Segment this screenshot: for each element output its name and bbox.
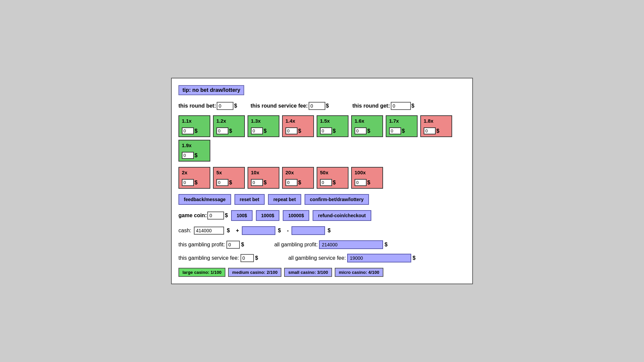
cash-plus-suffix: $ [278,228,281,234]
mult-suffix: $ [436,128,439,134]
mult-input[interactable] [285,127,298,134]
mult-input[interactable] [389,127,401,134]
mult-input-row: $ [355,127,380,134]
mult-label: 1.7x [389,118,414,124]
confirm-button[interactable]: confirm-bet/draw/lottery [305,194,369,205]
btn-refund[interactable]: refund-coin/checkout [313,210,371,221]
casino-badge-0: large casino: 1/100 [178,268,225,277]
round-bet-group: this round bet: $ [178,102,237,110]
all-profit-input[interactable] [319,240,383,249]
mult-input[interactable] [182,179,194,186]
mult-input[interactable] [251,127,263,134]
round-bet-input[interactable] [217,102,233,110]
mult-input[interactable] [182,127,194,134]
mult-input-row: $ [182,152,207,159]
mult-input[interactable] [182,152,194,159]
mult-input-row: $ [320,127,345,134]
casino-badge-1: medium casino: 2/100 [228,268,281,277]
mult-input-row: $ [355,179,380,186]
mult-suffix: $ [298,128,301,134]
all-fee-label: all gambling service fee: [288,255,346,261]
this-fee-suffix: $ [255,255,258,261]
cash-minus-input[interactable] [291,226,325,235]
cash-row: cash: $ + $ - $ [178,226,466,235]
mult-label: 5x [216,170,241,175]
mult-input[interactable] [424,127,436,134]
mult-card-16: 1.6x $ [351,115,383,137]
casino-badge-2: small casino: 3/100 [284,268,332,277]
btn-100[interactable]: 100$ [231,210,252,221]
mult-input[interactable] [320,127,332,134]
mult-suffix: $ [367,128,370,134]
mult-suffix: $ [229,128,232,134]
cash-suffix: $ [227,228,230,234]
this-fee-input[interactable] [240,254,254,262]
tip-box: tip: no bet draw/lottery [178,85,244,95]
btn-1000[interactable]: 1000$ [256,210,280,221]
repeat-button[interactable]: repeat bet [268,194,301,205]
round-get-label: this round get: [353,103,390,109]
round-info-row: this round bet: $ this round service fee… [178,102,466,110]
mult-input[interactable] [216,127,228,134]
multiplier-row2: 2x $ 5x $ 10x $ 20x $ 50x [178,167,466,189]
cash-plus: + [236,228,239,234]
mult-label: 1.9x [182,142,207,148]
mult-card-50: 50x $ [317,167,348,189]
round-get-group: this round get: $ [353,102,415,110]
this-profit-group: this gambling profit: $ [178,241,244,249]
this-profit-label: this gambling profit: [178,242,225,248]
mult-input[interactable] [320,179,332,186]
cash-value-input[interactable] [194,227,224,235]
this-profit-input[interactable] [226,241,240,249]
feedback-button[interactable]: feedback/message [178,194,231,205]
all-fee-group: all gambling service fee: $ [288,254,416,262]
cash-minus: - [287,228,288,234]
multiplier-row1: 1.1x $ 1.2x $ 1.3x $ 1.4x $ 1.5x [178,115,466,162]
round-bet-suffix: $ [234,103,237,109]
mult-suffix: $ [333,128,336,134]
all-fee-input[interactable] [347,254,411,262]
round-service-fee-input[interactable] [309,102,325,110]
round-get-input[interactable] [391,102,411,110]
mult-card-2: 2x $ [178,167,210,189]
round-service-fee-suffix: $ [326,103,329,109]
mult-input-row: $ [182,179,207,186]
reset-button[interactable]: reset bet [234,194,265,205]
game-coin-input[interactable] [207,212,224,220]
mult-input-row: $ [216,127,241,134]
game-coin-label: game coin: [178,213,207,219]
mult-input-row: $ [285,127,311,134]
mult-label: 2x [182,170,207,175]
cash-plus-input[interactable] [242,226,275,235]
mult-card-13: 1.3x $ [248,115,279,137]
casino-row: large casino: 1/100medium casino: 2/100s… [178,268,466,277]
mult-input[interactable] [355,179,367,186]
mult-label: 100x [355,170,380,175]
mult-card-19: 1.9x $ [178,140,210,162]
mult-label: 1.2x [216,118,241,124]
mult-input[interactable] [285,179,298,186]
mult-input-row: $ [216,179,241,186]
mult-label: 1.5x [320,118,345,124]
mult-input-row: $ [424,127,449,134]
mult-card-5: 5x $ [213,167,245,189]
mult-suffix: $ [229,180,232,186]
round-service-fee-group: this round service fee: $ [251,102,329,110]
mult-suffix: $ [367,180,370,186]
mult-label: 1.3x [251,118,276,124]
mult-suffix: $ [195,180,198,186]
mult-input-row: $ [251,127,276,134]
tip-text: tip: no bet draw/lottery [182,87,240,93]
game-coin-row: game coin: $ 100$ 1000$ 10000$ refund-co… [178,210,466,221]
game-coin-group: game coin: $ [178,212,228,220]
mult-suffix: $ [195,153,198,159]
mult-input[interactable] [251,179,263,186]
mult-input[interactable] [216,179,228,186]
mult-card-10: 10x $ [248,167,279,189]
mult-label: 1.8x [424,118,449,124]
mult-input[interactable] [355,127,367,134]
cash-label: cash: [178,228,191,234]
btn-10000[interactable]: 10000$ [283,210,309,221]
this-fee-group: this gambling service fee: $ [178,254,258,262]
mult-label: 10x [251,170,276,175]
